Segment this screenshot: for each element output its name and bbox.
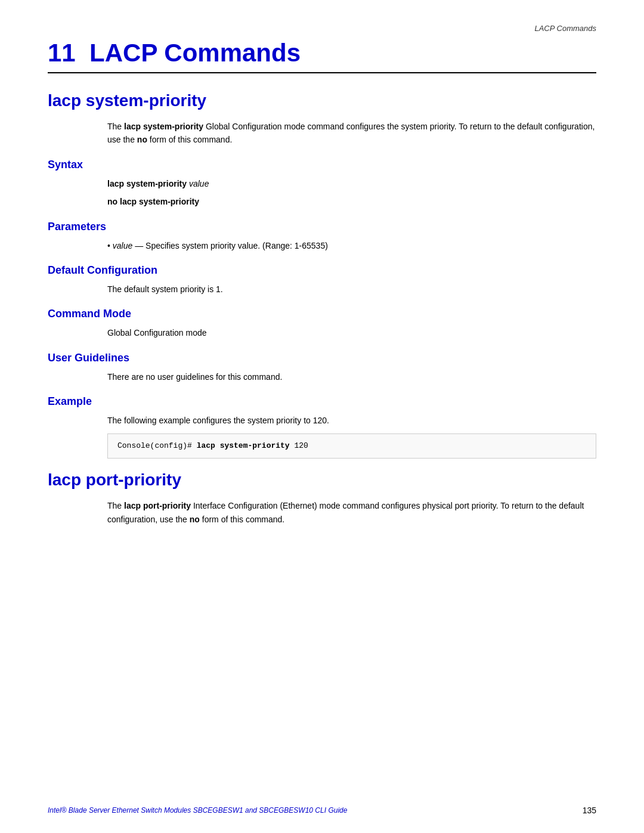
bold-no-2: no — [190, 515, 200, 524]
footer-page-number: 135 — [583, 806, 596, 815]
subsection-syntax: Syntax lacp system-priority value no lac… — [48, 159, 596, 209]
bold-lacp-port-priority: lacp port-priority — [124, 501, 191, 510]
subsection-title-user-guidelines: User Guidelines — [48, 352, 596, 364]
bold-lacp-system-priority: lacp system-priority — [124, 122, 203, 131]
page: LACP Commands 11 LACP Commands lacp syst… — [0, 0, 644, 833]
subsection-parameters: Parameters value — Specifies system prio… — [48, 221, 596, 252]
page-footer: Intel® Blade Server Ethernet Switch Modu… — [48, 806, 596, 815]
subsection-user-guidelines: User Guidelines There are no user guidel… — [48, 352, 596, 383]
chapter-number: 11 — [48, 39, 76, 67]
section-title-lacp-port-priority: lacp port-priority — [48, 470, 596, 490]
section-description-lacp-port-priority: The lacp port-priority Interface Configu… — [107, 499, 596, 526]
chapter-name: LACP Commands — [89, 39, 301, 67]
subsection-content-command-mode: Global Configuration mode — [107, 326, 596, 339]
subsection-command-mode: Command Mode Global Configuration mode — [48, 308, 596, 339]
footer-left: Intel® Blade Server Ethernet Switch Modu… — [48, 806, 347, 815]
subsection-example: Example The following example configures… — [48, 395, 596, 459]
subsection-content-user-guidelines: There are no user guidelines for this co… — [107, 370, 596, 383]
subsection-content-parameters: value — Specifies system priority value.… — [107, 239, 596, 252]
subsection-title-default-configuration: Default Configuration — [48, 264, 596, 277]
syntax-line-2: no lacp system-priority — [107, 195, 596, 208]
header-text: LACP Commands — [534, 24, 596, 33]
subsection-content-example: The following example configures the sys… — [107, 414, 596, 459]
chapter-divider — [48, 72, 596, 73]
subsection-default-configuration: Default Configuration The default system… — [48, 264, 596, 296]
example-text: The following example configures the sys… — [107, 414, 596, 427]
subsection-title-parameters: Parameters — [48, 221, 596, 233]
code-command: lacp system-priority — [197, 441, 290, 450]
code-value: 120 — [290, 441, 308, 450]
subsection-content-syntax: lacp system-priority value no lacp syste… — [107, 177, 596, 209]
subsection-title-syntax: Syntax — [48, 159, 596, 171]
subsection-title-example: Example — [48, 395, 596, 408]
syntax-line-1: lacp system-priority value — [107, 177, 596, 190]
subsection-title-command-mode: Command Mode — [48, 308, 596, 320]
section-lacp-system-priority: lacp system-priority The lacp system-pri… — [48, 91, 596, 459]
code-prefix: Console(config)# — [117, 441, 197, 450]
chapter-title: 11 LACP Commands — [48, 39, 596, 67]
subsection-content-default-configuration: The default system priority is 1. — [107, 283, 596, 296]
parameters-list: value — Specifies system priority value.… — [107, 239, 596, 252]
section-description-lacp-system-priority: The lacp system-priority Global Configur… — [107, 120, 596, 147]
bold-no: no — [137, 135, 147, 144]
section-lacp-port-priority: lacp port-priority The lacp port-priorit… — [48, 470, 596, 526]
code-box: Console(config)# lacp system-priority 12… — [107, 433, 596, 459]
page-header: LACP Commands — [48, 24, 596, 33]
section-title-lacp-system-priority: lacp system-priority — [48, 91, 596, 110]
list-item: value — Specifies system priority value.… — [107, 239, 596, 252]
